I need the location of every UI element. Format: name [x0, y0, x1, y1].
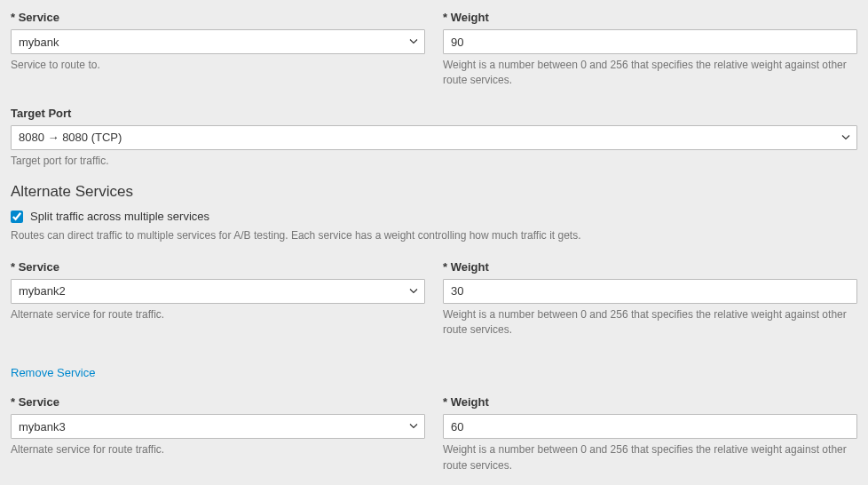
alt-weight-1-input[interactable]	[443, 279, 857, 304]
weight-input[interactable]	[443, 29, 857, 54]
alt-service-1-help: Alternate service for route traffic.	[11, 307, 425, 322]
alt-service-1-label: * Service	[11, 260, 425, 274]
service-select[interactable]: mybank	[11, 29, 425, 54]
alt-service-2-select[interactable]: mybank3	[11, 414, 425, 439]
alt-service-1-select[interactable]: mybank2	[11, 279, 425, 304]
target-port-help: Target port for traffic.	[11, 154, 857, 169]
remove-service-link[interactable]: Remove Service	[11, 366, 95, 379]
weight-help: Weight is a number between 0 and 256 tha…	[443, 58, 857, 89]
split-traffic-label: Split traffic across multiple services	[30, 210, 209, 223]
alt-weight-1-label: * Weight	[443, 260, 857, 274]
alt-weight-1-help: Weight is a number between 0 and 256 tha…	[443, 307, 857, 338]
target-port-select[interactable]: 8080 → 8080 (TCP)	[11, 125, 857, 150]
alt-service-1-select-wrap: mybank2	[11, 279, 425, 304]
split-traffic-checkbox[interactable]	[11, 211, 23, 223]
alt-weight-2-label: * Weight	[443, 395, 857, 409]
service-select-wrap: mybank	[11, 29, 425, 54]
alt-service-2-label: * Service	[11, 395, 425, 409]
alt-weight-2-help: Weight is a number between 0 and 256 tha…	[443, 442, 857, 473]
service-label: * Service	[11, 11, 425, 24]
alternate-services-title: Alternate Services	[11, 183, 857, 201]
alt-weight-2-input[interactable]	[443, 414, 857, 439]
service-help: Service to route to.	[11, 58, 425, 73]
target-port-label: Target Port	[11, 107, 857, 120]
weight-label: * Weight	[443, 11, 857, 24]
alt-service-2-select-wrap: mybank3	[11, 414, 425, 439]
alternate-services-help: Routes can direct traffic to multiple se…	[11, 228, 857, 243]
alt-service-2-help: Alternate service for route traffic.	[11, 442, 425, 457]
target-port-select-wrap: 8080 → 8080 (TCP)	[11, 125, 857, 150]
